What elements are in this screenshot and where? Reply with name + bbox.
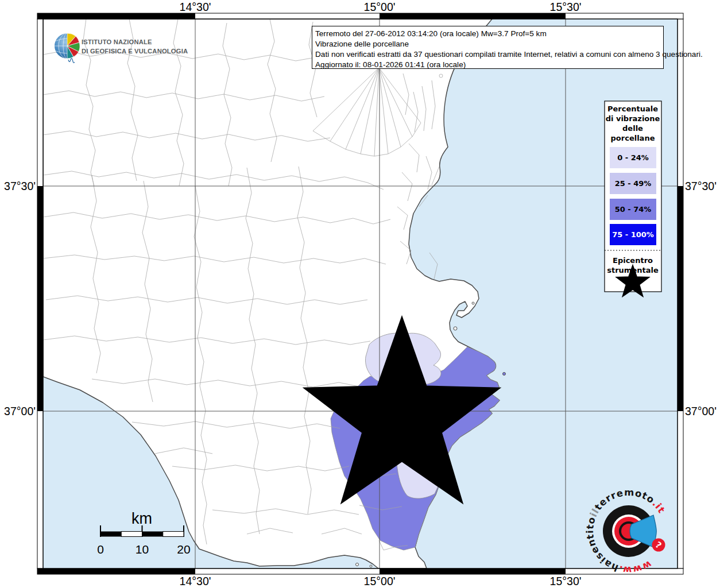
legend-label-25-49: 25 - 49% xyxy=(615,179,652,188)
legend-title-line1: Percentuale xyxy=(607,105,658,113)
legend-epicenter-line1: Epicentro xyxy=(613,256,653,265)
axis-label-bottom-1530: 15°30' xyxy=(550,575,582,587)
scale-unit-label: km xyxy=(131,510,152,527)
legend-star-icon xyxy=(627,276,639,288)
axis-label-top-1430: 14°30' xyxy=(180,1,211,13)
axis-label-right-3700: 37°00' xyxy=(685,405,717,417)
axis-label-top-1530: 15°30' xyxy=(550,1,582,13)
legend-label-75-100: 75 - 100% xyxy=(612,230,654,239)
axis-label-right-3730: 37°30' xyxy=(685,180,717,192)
scale-num-0: 0 xyxy=(97,543,104,556)
scale-seg-2 xyxy=(121,532,142,537)
axis-label-bottom-1430: 14°30' xyxy=(180,575,211,587)
axis-label-left-3730: 37°30' xyxy=(4,180,36,192)
scale-num-20: 20 xyxy=(177,543,190,556)
legend-title-line4: porcellane xyxy=(611,134,655,142)
scale-num-10: 10 xyxy=(136,543,149,556)
info-line-updated: Aggiornato il: 08-01-2026 01:41 (ora loc… xyxy=(315,60,466,69)
legend-title-line3: delle xyxy=(622,124,643,133)
frame-right-band xyxy=(678,19,683,568)
legend-title-line2: di vibrazione xyxy=(606,114,660,123)
scale-seg-1 xyxy=(100,532,121,537)
axis-label-top-1500: 15°00' xyxy=(364,1,396,13)
frame-top-band xyxy=(37,13,683,19)
scale-seg-3 xyxy=(142,532,163,537)
map-canvas: 14°30' 15°00' 15°30' 14°30' 15°00' 15°30… xyxy=(0,0,720,588)
info-box: Terremoto del 27-06-2012 03:14:20 (ora l… xyxy=(312,26,703,69)
macroseismic-map-page: 14°30' 15°00' 15°30' 14°30' 15°00' 15°30… xyxy=(0,0,720,588)
scale-seg-4 xyxy=(163,532,184,537)
info-line-effect: Vibrazione delle porcellane xyxy=(315,40,409,48)
ingv-name-line1: ISTITUTO NAZIONALE xyxy=(82,38,152,45)
map-area xyxy=(43,19,678,568)
legend: Percentuale di vibrazione delle porcella… xyxy=(605,101,661,292)
info-line-event: Terremoto del 27-06-2012 03:14:20 (ora l… xyxy=(315,29,547,38)
info-line-source: Dati non verificati estratti da 37 quest… xyxy=(315,50,703,59)
ingv-name-line2: DI GEOFISICA E VULCANOLOGIA xyxy=(82,48,188,55)
legend-label-50-74: 50 - 74% xyxy=(615,205,652,214)
axis-label-bottom-1500: 15°00' xyxy=(364,575,396,587)
epicenter-star-icon xyxy=(388,405,416,432)
axis-label-left-3700: 37°00' xyxy=(4,405,36,417)
legend-label-0-24: 0 - 24% xyxy=(617,153,649,162)
frame-left-band xyxy=(37,19,43,568)
frame-bottom-band xyxy=(37,568,683,574)
